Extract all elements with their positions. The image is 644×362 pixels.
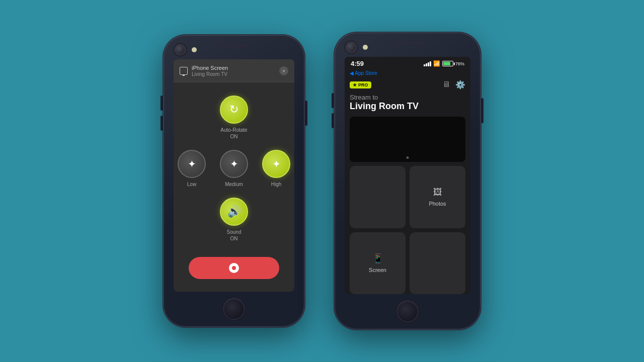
cp-subtitle: Living Room TV — [192, 71, 228, 77]
brightness-low-circle[interactable]: ✦ — [178, 150, 206, 178]
right-phone-screen: 4:59 📶 76% ◀ App S — [345, 57, 470, 294]
sound-control[interactable]: 🔊 Sound ON — [220, 198, 248, 242]
brightness-medium-label: Medium — [225, 181, 243, 188]
status-bar: 4:59 📶 76% — [345, 57, 470, 69]
cp-body: ↻ Auto-Rotate ON ✦ Low — [174, 82, 294, 292]
sound-icon: 🔊 — [227, 205, 241, 218]
signal-bar-4 — [430, 61, 431, 66]
camera-lens — [175, 44, 186, 55]
pro-badge: ★ PRO — [350, 81, 371, 88]
grid-cell-photos[interactable]: 🖼 Photos — [410, 166, 465, 228]
signal-bar-1 — [424, 64, 425, 66]
right-power-button[interactable] — [481, 98, 484, 123]
power-button[interactable] — [305, 101, 307, 126]
status-icons: 📶 76% — [424, 60, 464, 67]
left-phone: iPhone Screen Living Room TV × ↻ Auto-Ro… — [164, 35, 304, 327]
auto-rotate-label: Auto-Rotate ON — [220, 127, 247, 140]
wifi-icon: 📶 — [433, 60, 440, 67]
right-camera-flash — [363, 45, 368, 50]
screen-label: Screen — [369, 267, 386, 273]
camera-flash — [192, 47, 197, 52]
control-panel: iPhone Screen Living Room TV × ↻ Auto-Ro… — [174, 59, 294, 292]
auto-rotate-circle[interactable]: ↻ — [220, 96, 248, 124]
stream-target-label: Living Room TV — [350, 101, 465, 112]
cp-close-button[interactable]: × — [279, 66, 288, 75]
sound-label: Sound ON — [227, 229, 242, 242]
volume-up-button[interactable] — [160, 96, 163, 111]
battery-tip — [454, 62, 455, 65]
volume-down-button[interactable] — [160, 116, 163, 131]
auto-rotate-control[interactable]: ↻ Auto-Rotate ON — [220, 96, 248, 140]
star-medium-icon: ✦ — [230, 158, 238, 170]
brightness-medium-control[interactable]: ✦ Medium — [220, 150, 248, 188]
star-high-icon: ✦ — [272, 158, 281, 170]
cp-title-group: iPhone Screen Living Room TV — [192, 64, 228, 77]
phone-small-icon — [180, 67, 188, 75]
cp-header: iPhone Screen Living Room TV × — [174, 59, 294, 82]
home-button[interactable] — [223, 298, 245, 320]
signal-bars — [424, 61, 431, 66]
app-header: ★ PRO 🖥 ⚙️ — [345, 78, 470, 92]
right-phone: 4:59 📶 76% ◀ App S — [335, 33, 480, 329]
preview-area — [350, 117, 465, 162]
preview-dot — [407, 156, 409, 159]
signal-bar-2 — [426, 63, 427, 66]
pro-star: ★ — [353, 82, 357, 87]
brightness-high-label: High — [271, 181, 282, 188]
cp-title: iPhone Screen — [192, 64, 228, 71]
screen-cast-icon[interactable]: 🖥 — [442, 80, 450, 89]
status-time: 4:59 — [351, 60, 364, 67]
record-button[interactable] — [189, 257, 279, 279]
pro-label: PRO — [358, 82, 368, 87]
grid-cell-screen[interactable]: 📱 Screen — [350, 232, 406, 295]
right-camera-lens — [346, 42, 357, 53]
stream-to-label: Stream to — [350, 94, 465, 101]
grid-area: 🖼 Photos 📱 Screen — [350, 166, 465, 294]
photos-icon: 🖼 — [433, 187, 442, 198]
record-dot-icon — [229, 263, 239, 273]
brightness-low-control[interactable]: ✦ Low — [178, 150, 206, 188]
app-store-nav[interactable]: ◀ App Store — [345, 69, 470, 78]
speaker-bar — [219, 44, 249, 47]
brightness-high-control[interactable]: ✦ High — [262, 150, 290, 188]
left-phone-screen: iPhone Screen Living Room TV × ↻ Auto-Ro… — [174, 59, 294, 292]
grid-cell-empty2 — [410, 232, 465, 295]
grid-cell-empty1 — [350, 166, 406, 228]
brightness-low-label: Low — [187, 181, 196, 188]
signal-bar-3 — [428, 62, 429, 66]
settings-icon[interactable]: ⚙️ — [455, 80, 465, 89]
brightness-medium-circle[interactable]: ✦ — [220, 150, 248, 178]
brightness-high-circle[interactable]: ✦ — [262, 150, 290, 178]
right-volume-up-button[interactable] — [332, 93, 334, 108]
app-header-icons: 🖥 ⚙️ — [442, 80, 465, 89]
battery-fill — [443, 62, 450, 65]
star-low-icon: ✦ — [188, 158, 196, 170]
battery-icon — [442, 61, 453, 66]
battery-percent: 76% — [455, 61, 464, 66]
sound-circle[interactable]: 🔊 — [220, 198, 248, 226]
brightness-row: ✦ Low ✦ Medium ✦ High — [178, 150, 290, 188]
right-volume-down-button[interactable] — [332, 113, 334, 128]
cp-header-left: iPhone Screen Living Room TV — [180, 64, 228, 77]
rotate-icon: ↻ — [229, 103, 238, 116]
right-home-button[interactable] — [396, 300, 419, 322]
stream-title: Stream to Living Room TV — [345, 92, 470, 117]
screen-icon: 📱 — [372, 253, 383, 264]
stream-app: 4:59 📶 76% ◀ App S — [345, 57, 470, 294]
right-speaker-bar — [392, 42, 423, 45]
photos-label: Photos — [429, 201, 446, 207]
